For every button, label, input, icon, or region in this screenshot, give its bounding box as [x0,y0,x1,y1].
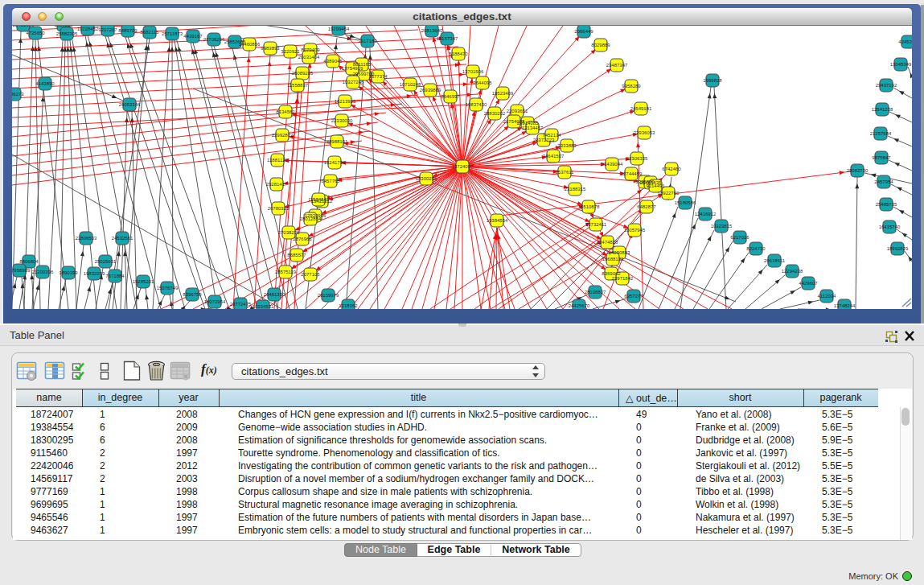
svg-text:3917183: 3917183 [358,39,377,43]
svg-text:15157347: 15157347 [437,36,458,41]
svg-text:27038236: 27038236 [278,230,300,235]
svg-text:8079409: 8079409 [301,47,320,52]
svg-text:13754919: 13754919 [342,66,363,71]
svg-text:1839221: 1839221 [54,26,73,27]
svg-text:8336273: 8336273 [12,92,24,97]
svg-text:23487347: 23487347 [606,63,628,68]
svg-text:19523409: 19523409 [492,91,514,96]
svg-text:11881122: 11881122 [267,158,288,163]
svg-text:24425670: 24425670 [569,303,590,308]
svg-text:22306335: 22306335 [626,156,648,161]
svg-text:22806503: 22806503 [76,236,97,241]
svg-text:23936053: 23936053 [634,130,655,135]
svg-text:29281417: 29281417 [266,182,288,187]
svg-text:4439167: 4439167 [183,34,203,39]
svg-text:12294238: 12294238 [782,269,803,274]
svg-text:8224730: 8224730 [746,246,766,251]
svg-text:4245263: 4245263 [898,39,912,44]
svg-text:20813640: 20813640 [421,28,443,33]
svg-text:8489709: 8489709 [118,28,138,33]
svg-text:6742460: 6742460 [662,167,681,171]
svg-text:13701506: 13701506 [462,69,484,74]
svg-text:22744459: 22744459 [621,171,643,176]
svg-text:15180586: 15180586 [675,200,696,205]
svg-text:29437192: 29437192 [876,83,897,88]
svg-text:21257684: 21257684 [870,131,892,136]
svg-text:26939869: 26939869 [420,88,441,93]
svg-text:23706266: 23706266 [203,37,225,42]
svg-text:20772475: 20772475 [230,302,252,307]
svg-text:28988101: 28988101 [326,139,348,144]
svg-text:8806804: 8806804 [19,259,39,264]
svg-text:8029889: 8029889 [591,43,610,47]
svg-text:10334531: 10334531 [253,304,274,309]
svg-text:9214491: 9214491 [646,183,665,188]
svg-text:22474828: 22474828 [597,240,618,245]
svg-text:3644095: 3644095 [473,80,492,85]
svg-text:22330030: 22330030 [331,118,353,123]
svg-text:29699700: 29699700 [353,72,375,76]
svg-text:10057945: 10057945 [624,228,646,233]
svg-text:4429607: 4429607 [799,281,818,286]
svg-text:6357277: 6357277 [624,294,643,299]
svg-text:19285201: 19285201 [133,279,154,284]
svg-text:10710248: 10710248 [400,82,421,87]
svg-text:2537611: 2537611 [556,170,575,175]
svg-text:28082730: 28082730 [847,168,869,173]
svg-text:8396759: 8396759 [183,292,202,297]
svg-text:19299464: 19299464 [328,27,350,31]
svg-text:19688132: 19688132 [602,257,624,262]
svg-text:14460856: 14460856 [239,42,261,47]
svg-text:23971842: 23971842 [612,276,634,281]
svg-text:9217207: 9217207 [98,27,117,32]
svg-text:18300295: 18300295 [416,176,437,181]
svg-text:7452134: 7452134 [542,133,561,138]
svg-text:13241736: 13241736 [324,160,346,165]
svg-text:28159979: 28159979 [318,293,339,298]
svg-text:21200396: 21200396 [32,270,54,274]
svg-text:6482877: 6482877 [637,204,656,209]
svg-text:19384554: 19384554 [487,218,508,223]
svg-text:2066449: 2066449 [574,29,593,34]
svg-text:11558837: 11558837 [287,83,309,88]
svg-text:4735650: 4735650 [26,31,45,35]
svg-text:28038807: 28038807 [585,290,606,295]
svg-text:24641507: 24641507 [543,154,565,159]
svg-text:4112034: 4112034 [818,294,837,299]
svg-text:12416912: 12416912 [695,212,717,216]
svg-text:10228452: 10228452 [77,27,99,31]
svg-text:5682115: 5682115 [141,30,160,35]
svg-text:25025631: 25025631 [95,259,117,264]
svg-text:6217026: 6217026 [730,235,749,240]
svg-text:8134562: 8134562 [276,109,295,114]
svg-text:5188470: 5188470 [449,51,468,56]
svg-text:19832259: 19832259 [84,271,105,276]
svg-text:10327246: 10327246 [343,80,364,84]
svg-text:24532561: 24532561 [112,236,133,241]
svg-text:6457765: 6457765 [321,179,340,183]
svg-text:9875847: 9875847 [872,155,891,160]
svg-text:13748244: 13748244 [834,303,856,308]
svg-text:23188315: 23188315 [565,187,586,192]
svg-text:22455603: 22455603 [13,26,35,27]
svg-text:2457954: 2457954 [874,179,893,184]
svg-text:11584847: 11584847 [308,197,330,202]
svg-text:9983893: 9983893 [261,46,280,51]
svg-text:22992872: 22992872 [272,133,294,138]
svg-text:9958289: 9958289 [622,84,641,89]
svg-text:24090883: 24090883 [609,250,630,255]
svg-text:7671884: 7671884 [105,274,125,278]
svg-text:18922760: 18922760 [658,191,680,196]
svg-text:26461350: 26461350 [264,292,285,297]
svg-text:13045349: 13045349 [890,62,912,67]
svg-text:26780325: 26780325 [268,206,290,211]
svg-text:25089205: 25089205 [292,71,314,76]
svg-text:21439044: 21439044 [602,162,623,167]
svg-text:8646997: 8646997 [441,94,460,99]
svg-text:28012854: 28012854 [300,216,322,221]
svg-text:13732411: 13732411 [585,222,607,227]
svg-text:25711873: 25711873 [162,31,183,36]
svg-text:18992829: 18992829 [887,246,909,251]
svg-text:24549181: 24549181 [630,106,652,111]
svg-text:25485735: 25485735 [876,202,897,207]
